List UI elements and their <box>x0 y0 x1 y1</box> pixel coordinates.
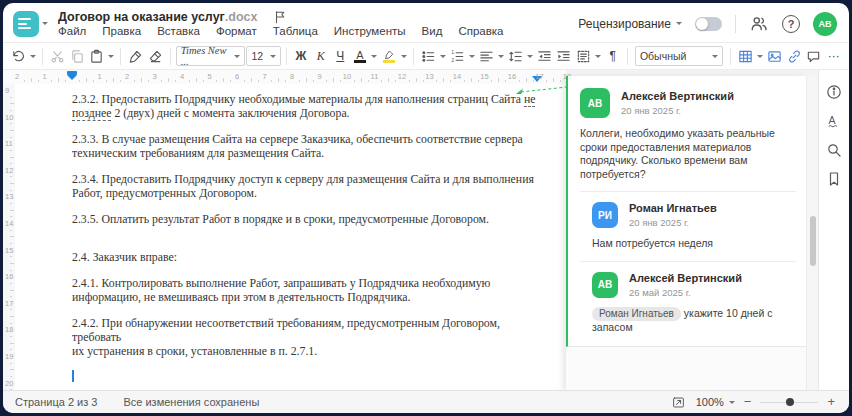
ruler-mark: 11 <box>5 139 13 148</box>
ruler-mark <box>168 78 169 82</box>
comment-author: Алексей Вертинский <box>629 272 742 285</box>
highlight-button[interactable] <box>380 46 399 66</box>
comment-reply[interactable]: РИ Роман Игнатьев 20 янв 2025 г. Нам пот… <box>592 202 796 251</box>
ruler-mark: 12 <box>398 72 406 81</box>
undo-button[interactable] <box>9 46 28 66</box>
help-icon[interactable]: ? <box>782 15 800 33</box>
info-icon[interactable] <box>825 83 843 101</box>
comment-text: Роман Игнатьев укажите 10 дней с запасом <box>592 307 796 335</box>
menu-item-help[interactable]: Справка <box>458 25 503 38</box>
review-toggle[interactable] <box>695 17 722 31</box>
bookmark-icon[interactable] <box>825 170 843 188</box>
paragraph-settings-button[interactable] <box>574 46 593 66</box>
comment-thread[interactable]: АВ Алексей Вертинский 20 янв 2025 г. Кол… <box>566 76 806 347</box>
line-spacing-button[interactable] <box>506 46 525 66</box>
bullet-list-dropdown[interactable] <box>438 46 446 66</box>
font-name-select[interactable]: Times New ... <box>176 46 246 66</box>
collaboration-users-icon[interactable] <box>749 15 769 33</box>
zoom-in-button[interactable]: + <box>827 397 835 407</box>
comment-reply[interactable]: АВ Алексей Вертинский 26 май 2025 г. Ром… <box>592 272 796 335</box>
paragraph-style-select[interactable]: Обычный <box>635 46 723 66</box>
align-dropdown[interactable] <box>496 46 504 66</box>
numbered-list-button[interactable]: 12 <box>448 46 467 66</box>
scrollbar-thumb[interactable] <box>810 216 816 266</box>
flag-icon[interactable] <box>273 10 287 24</box>
menu-item-tools[interactable]: Инструменты <box>334 25 406 38</box>
document-page[interactable]: 2.3.2. Предоставить Подрядчику необходим… <box>15 84 566 390</box>
v-ruler[interactable]: 91011121314151617181920 <box>3 84 15 390</box>
more-tools-button[interactable]: ··· <box>824 46 843 66</box>
font-size-select[interactable]: 12 <box>246 46 280 66</box>
menu-item-edit[interactable]: Правка <box>102 25 141 38</box>
h-ruler[interactable]: 21123456789101112131415161718 <box>3 70 566 85</box>
menu-item-file[interactable]: Файл <box>58 25 86 38</box>
slider-handle[interactable] <box>786 398 794 406</box>
menu-item-view[interactable]: Вид <box>422 25 443 38</box>
comment[interactable]: АВ Алексей Вертинский 20 янв 2025 г. Кол… <box>580 88 796 181</box>
ruler-mark: 20 <box>5 379 13 388</box>
paragraph-settings-dropdown[interactable] <box>594 46 602 66</box>
numbered-list-dropdown[interactable] <box>467 46 475 66</box>
add-comment-button[interactable] <box>805 46 824 66</box>
clear-formatting-button[interactable] <box>146 46 165 66</box>
zoom-select[interactable]: 100% <box>696 396 735 408</box>
bullet-list-button[interactable] <box>419 46 438 66</box>
menu-item-format[interactable]: Формат <box>216 25 257 38</box>
cut-button[interactable] <box>48 46 67 66</box>
ruler-mark <box>553 78 554 82</box>
align-button[interactable] <box>477 46 496 66</box>
chevron-down-icon <box>757 55 763 61</box>
decrease-indent-button[interactable] <box>535 46 554 66</box>
ruler-mark <box>10 283 12 284</box>
avatar-initials: РИ <box>598 210 612 221</box>
menu-item-insert[interactable]: Вставка <box>157 25 200 38</box>
comment-author: Роман Игнатьев <box>629 202 717 215</box>
insert-image-button[interactable] <box>765 46 784 66</box>
review-mode-button[interactable]: Рецензирование <box>578 17 682 31</box>
underline-button[interactable]: Ч <box>331 46 350 66</box>
ruler-mark: 15 <box>5 246 13 255</box>
app-logo[interactable] <box>13 11 39 37</box>
highlight-dropdown[interactable] <box>399 46 407 66</box>
ruler-mark <box>51 80 52 82</box>
spellcheck-icon[interactable]: А <box>825 112 843 130</box>
zoom-out-button[interactable]: − <box>744 397 752 407</box>
ruler-mark <box>10 336 12 337</box>
ruler-mark <box>113 78 114 82</box>
mention-chip[interactable]: Роман Игнатьев <box>592 307 681 321</box>
bold-button[interactable]: Ж <box>292 46 311 66</box>
ruler-mark: 10 <box>5 113 13 122</box>
chevron-down-icon <box>371 55 377 61</box>
ruler-mark: 17 <box>5 299 13 308</box>
ruler-mark <box>471 78 472 82</box>
ruler-mark <box>10 123 12 124</box>
ruler-mark <box>10 183 14 184</box>
paste-dropdown[interactable] <box>107 46 115 66</box>
font-color-button[interactable]: А <box>351 46 370 66</box>
italic-button[interactable]: К <box>311 46 330 66</box>
search-icon[interactable] <box>825 141 843 159</box>
copy-button[interactable] <box>68 46 87 66</box>
show-paragraph-marks-button[interactable]: ¶ <box>603 46 622 66</box>
ruler-mark <box>134 80 135 82</box>
insert-table-dropdown[interactable] <box>756 46 764 66</box>
insert-link-button[interactable] <box>785 46 804 66</box>
format-painter-button[interactable] <box>126 46 145 66</box>
zoom-slider[interactable] <box>760 397 818 407</box>
page-indicator[interactable]: Страница 2 из 3 <box>15 396 97 408</box>
comment-anchor-text[interactable]: не <box>524 92 536 107</box>
chevron-down-icon[interactable] <box>42 22 48 28</box>
line-spacing-dropdown[interactable] <box>526 46 534 66</box>
comment-anchor-text[interactable]: позднее <box>72 106 111 121</box>
scrollbar[interactable] <box>806 76 818 390</box>
menu-item-table[interactable]: Таблица <box>273 25 318 38</box>
paste-button[interactable] <box>87 46 106 66</box>
fit-page-button[interactable] <box>671 394 687 410</box>
insert-table-button[interactable] <box>736 46 755 66</box>
font-color-dropdown[interactable] <box>370 46 378 66</box>
user-avatar[interactable]: АВ <box>813 12 837 36</box>
highlight-swatch <box>383 60 395 63</box>
ruler-mark <box>230 80 231 82</box>
increase-indent-button[interactable] <box>555 46 574 66</box>
undo-dropdown[interactable] <box>29 46 37 66</box>
